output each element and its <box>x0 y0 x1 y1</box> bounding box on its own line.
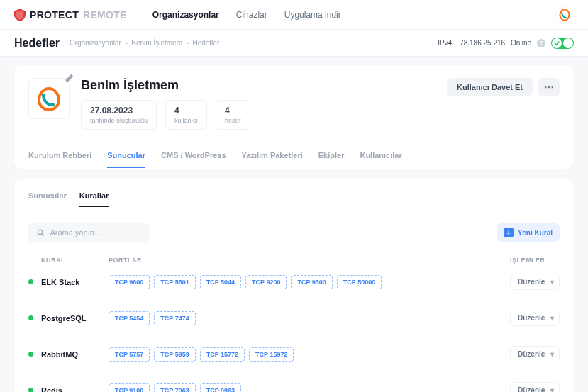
rule-name: ELK Stack <box>41 278 109 286</box>
check-icon <box>554 40 560 46</box>
new-rule-button[interactable]: + Yeni Kural <box>497 223 560 242</box>
subtab-sunucular[interactable]: Sunucular <box>28 191 67 207</box>
port-tag[interactable]: TCP 9600 <box>109 275 150 289</box>
tab-sunucular[interactable]: Sunucular <box>107 144 145 168</box>
org-logo-icon <box>35 84 63 113</box>
col-ports: PORTLAR <box>109 257 510 264</box>
org-avatar <box>28 78 70 119</box>
chevron-down-icon: ▾ <box>550 350 554 358</box>
crumb-organizations[interactable]: Organizasyonlar <box>70 39 121 47</box>
svg-point-1 <box>38 230 43 235</box>
edit-label: Düzenle <box>518 314 545 322</box>
table-header: KURAL PORTLAR İŞLEMLER <box>28 257 560 264</box>
port-tag[interactable]: TCP 5757 <box>109 347 150 362</box>
user-avatar[interactable] <box>555 6 574 24</box>
tab-kurulum-rehberi[interactable]: Kurulum Rehberi <box>28 144 91 168</box>
status-dot <box>28 315 33 320</box>
port-tag[interactable]: TCP 9300 <box>291 275 332 289</box>
subtab-kurallar[interactable]: Kurallar <box>79 191 109 207</box>
port-tag[interactable]: TCP 5454 <box>109 311 150 325</box>
edit-label: Düzenle <box>518 386 545 392</box>
search-input[interactable] <box>50 228 140 237</box>
brand-logo[interactable]: PROTECTREMOTE <box>14 9 127 21</box>
port-tag[interactable]: TCP 15772 <box>200 347 245 362</box>
port-tag[interactable]: TCP 7963 <box>154 383 195 393</box>
org-tabs: Kurulum RehberiSunucularCMS / WordPressY… <box>28 144 560 169</box>
edit-dropdown[interactable]: Düzenle▾ <box>510 346 560 362</box>
tab-yaz-l-m-paketleri[interactable]: Yazılım Paketleri <box>242 144 303 168</box>
chevron-down-icon: ▾ <box>550 278 554 286</box>
invite-user-button[interactable]: Kullanıcı Davet Et <box>447 78 533 96</box>
search-box[interactable] <box>28 223 149 242</box>
chevron-down-icon: ▾ <box>550 386 554 392</box>
rule-name: PostgreSQL <box>41 314 109 323</box>
port-tag[interactable]: TCP 5044 <box>200 275 241 289</box>
stat-targets: 4 hedef <box>216 100 250 130</box>
rule-name: RabbitMQ <box>41 350 109 359</box>
brand-text-b: REMOTE <box>83 9 127 21</box>
table-row: ELK StackTCP 9600TCP 5601TCP 5044TCP 920… <box>28 264 560 300</box>
nav-organizations[interactable]: Organizasyonlar <box>152 10 219 20</box>
col-rule: KURAL <box>41 257 109 264</box>
stat-users: 4 kullanıcı <box>165 100 207 130</box>
online-label: Online <box>511 39 531 47</box>
edit-icon[interactable] <box>65 74 74 82</box>
tab-cms-wordpress[interactable]: CMS / WordPress <box>161 144 226 168</box>
edit-dropdown[interactable]: Düzenle▾ <box>510 382 560 392</box>
stat-created: 27.08.2023 tarihinde oluşturuldu <box>81 100 157 130</box>
port-tag[interactable]: TCP 9200 <box>245 275 287 289</box>
crumb-org-name[interactable]: Benim İşletmem <box>131 39 182 47</box>
status-dot <box>28 388 33 392</box>
organization-card: Benim İşletmem 27.08.2023 tarihinde oluş… <box>14 65 574 169</box>
table-row: RedisTCP 9100TCP 7963TCP 9963Düzenle▾ <box>28 372 560 392</box>
help-icon[interactable]: ? <box>537 39 545 47</box>
edit-label: Düzenle <box>518 350 545 358</box>
nav-devices[interactable]: Cihazlar <box>236 10 267 20</box>
brand-text-a: PROTECT <box>30 9 79 21</box>
plus-icon: + <box>504 228 514 237</box>
table-row: RabbitMQTCP 5757TCP 5959TCP 15772TCP 159… <box>28 336 560 372</box>
page-title: Hedefler <box>14 37 60 50</box>
crumb-current: Hedefler <box>192 39 219 47</box>
more-button[interactable]: ⋯ <box>538 78 560 96</box>
edit-dropdown[interactable]: Düzenle▾ <box>510 310 560 326</box>
tab-ekipler[interactable]: Ekipler <box>318 144 345 168</box>
edit-label: Düzenle <box>518 278 545 286</box>
rules-card: SunucularKurallar + Yeni Kural KURAL POR… <box>14 179 574 392</box>
port-tag[interactable]: TCP 5959 <box>154 347 195 362</box>
table-row: PostgreSQLTCP 5454TCP 7474Düzenle▾ <box>28 300 560 336</box>
port-tag[interactable]: TCP 9100 <box>109 383 150 393</box>
edit-dropdown[interactable]: Düzenle▾ <box>510 274 560 290</box>
port-tag[interactable]: TCP 5601 <box>154 275 195 289</box>
status-dot <box>28 279 33 284</box>
breadcrumb: Organizasyonlar - Benim İşletmem - Hedef… <box>70 39 219 47</box>
ipv4-label: IPv4: <box>438 39 454 47</box>
port-tag[interactable]: TCP 7474 <box>154 311 195 325</box>
tab-kullan-c-lar[interactable]: Kullanıcılar <box>360 144 401 168</box>
shield-icon <box>14 9 26 21</box>
subheader: Hedefler Organizasyonlar - Benim İşletme… <box>0 30 588 57</box>
port-tag[interactable]: TCP 15972 <box>249 347 294 362</box>
col-actions: İŞLEMLER <box>510 257 560 264</box>
nav-download[interactable]: Uygulama indir <box>284 10 341 20</box>
connection-toggle[interactable] <box>551 38 574 49</box>
topbar: PROTECTREMOTE Organizasyonlar Cihazlar U… <box>0 0 588 30</box>
search-icon <box>37 228 44 237</box>
chevron-down-icon: ▾ <box>550 314 554 322</box>
port-tag[interactable]: TCP 9963 <box>200 383 241 393</box>
status-area: IPv4: 78.186.25.216 Online ? <box>438 38 574 49</box>
rule-name: Redis <box>41 386 109 393</box>
rules-subtabs: SunucularKurallar <box>28 191 560 207</box>
ipv4-value: 78.186.25.216 <box>460 39 505 47</box>
status-dot <box>28 352 33 357</box>
top-nav: Organizasyonlar Cihazlar Uygulama indir <box>152 10 341 20</box>
org-avatar-wrap <box>28 78 70 119</box>
org-name: Benim İşletmem <box>81 78 436 93</box>
port-tag[interactable]: TCP 50000 <box>337 275 382 289</box>
